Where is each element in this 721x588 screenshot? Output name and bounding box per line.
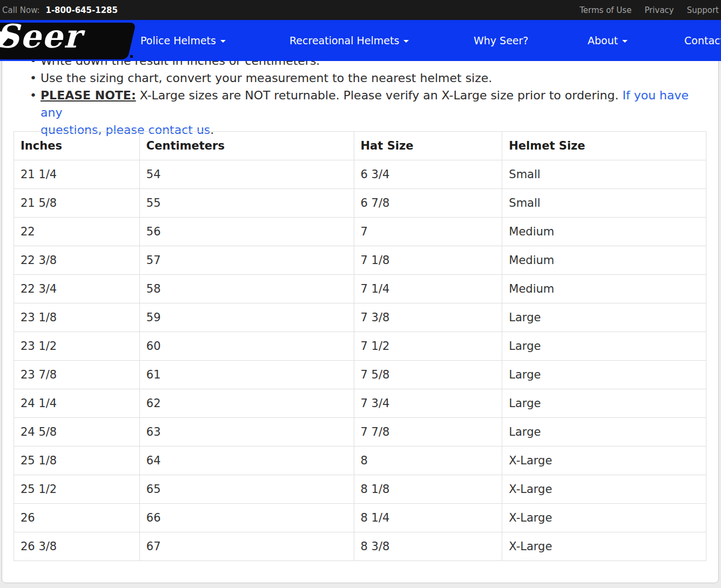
column-header-inches: Inches xyxy=(14,132,140,160)
table-cell: 7 1/2 xyxy=(354,332,502,361)
table-cell: 24 1/4 xyxy=(14,389,140,418)
table-row: 23 1/8597 3/8Large xyxy=(14,303,706,332)
table-cell: Large xyxy=(502,332,706,361)
chevron-down-icon xyxy=(220,40,226,43)
nav-item-contact[interactable]: Contact xyxy=(684,35,721,46)
utility-bar: Call Now: 1-800-645-1285 Terms of Use Pr… xyxy=(0,0,721,20)
table-cell: X-Large xyxy=(502,532,706,561)
table-cell: Large xyxy=(502,361,706,389)
table-cell: 7 3/8 xyxy=(354,303,502,332)
table-cell: 8 1/8 xyxy=(354,475,502,504)
table-cell: Small xyxy=(502,189,706,218)
table-row: 23 1/2607 1/2Large xyxy=(14,332,706,361)
table-cell: X-Large xyxy=(502,475,706,504)
table-cell: 22 3/4 xyxy=(14,275,140,303)
table-cell: 60 xyxy=(139,332,354,361)
column-header-helmet-size: Helmet Size xyxy=(502,132,706,160)
terms-of-use-link[interactable]: Terms of Use xyxy=(580,5,631,15)
table-cell: 65 xyxy=(139,475,354,504)
table-cell: 55 xyxy=(139,189,354,218)
table-row: 21 5/8556 7/8Small xyxy=(14,189,706,218)
table-row: 22 3/4587 1/4Medium xyxy=(14,275,706,303)
table-row: 26 3/8678 3/8X-Large xyxy=(14,532,706,561)
table-cell: 8 xyxy=(354,447,502,475)
phone-number: 1-800-645-1285 xyxy=(45,5,117,15)
nav-label: Why Seer? xyxy=(474,35,528,46)
table-cell: 67 xyxy=(139,532,354,561)
nav-label: Police Helmets xyxy=(140,35,216,46)
support-link[interactable]: Support xyxy=(687,5,719,15)
table-cell: Large xyxy=(502,418,706,447)
table-row: 25 1/8648X-Large xyxy=(14,447,706,475)
table-cell: 22 xyxy=(14,218,140,246)
table-row: 26668 1/4X-Large xyxy=(14,504,706,532)
table-cell: Medium xyxy=(502,246,706,275)
table-cell: 62 xyxy=(139,389,354,418)
utility-links: Terms of Use Privacy Support xyxy=(580,5,721,15)
table-cell: 7 7/8 xyxy=(354,418,502,447)
table-cell: 23 7/8 xyxy=(14,361,140,389)
table-cell: 23 1/8 xyxy=(14,303,140,332)
table-cell: 6 3/4 xyxy=(354,160,502,189)
privacy-link[interactable]: Privacy xyxy=(644,5,673,15)
column-header-centimeters: Centimeters xyxy=(139,132,354,160)
table-row: 22 3/8577 1/8Medium xyxy=(14,246,706,275)
table-cell: 64 xyxy=(139,447,354,475)
table-cell: 7 5/8 xyxy=(354,361,502,389)
table-cell: 22 3/8 xyxy=(14,246,140,275)
table-cell: 26 xyxy=(14,504,140,532)
table-row: 21 1/4546 3/4Small xyxy=(14,160,706,189)
seer-logo-text: Seer xyxy=(0,18,82,54)
table-cell: 21 5/8 xyxy=(14,189,140,218)
table-cell: 66 xyxy=(139,504,354,532)
table-cell: Medium xyxy=(502,275,706,303)
table-cell: 63 xyxy=(139,418,354,447)
call-now: Call Now: 1-800-645-1285 xyxy=(0,5,118,15)
note-label: PLEASE NOTE: xyxy=(41,89,136,102)
table-cell: Medium xyxy=(502,218,706,246)
table-cell: 8 1/4 xyxy=(354,504,502,532)
table-cell: 58 xyxy=(139,275,354,303)
nav-item-why-seer[interactable]: Why Seer? xyxy=(474,35,528,46)
table-row: 25 1/2658 1/8X-Large xyxy=(14,475,706,504)
table-cell: 59 xyxy=(139,303,354,332)
table-cell: 26 3/8 xyxy=(14,532,140,561)
table-cell: 7 xyxy=(354,218,502,246)
nav-item-police-helmets[interactable]: Police Helmets xyxy=(140,35,226,46)
table-cell: X-Large xyxy=(502,447,706,475)
call-now-label: Call Now: xyxy=(2,5,40,15)
table-cell: 7 1/4 xyxy=(354,275,502,303)
table-cell: Large xyxy=(502,303,706,332)
nav-item-about[interactable]: About xyxy=(588,35,628,46)
table-cell: 61 xyxy=(139,361,354,389)
table-cell: 7 3/4 xyxy=(354,389,502,418)
table-cell: 57 xyxy=(139,246,354,275)
table-cell: Large xyxy=(502,389,706,418)
seer-logo[interactable]: Seer xyxy=(0,23,136,59)
size-table-body: 21 1/4546 3/4Small21 5/8556 7/8Small2256… xyxy=(14,160,706,561)
table-cell: 54 xyxy=(139,160,354,189)
chevron-down-icon xyxy=(403,40,409,43)
instruction-item: Use the sizing chart, convert your measu… xyxy=(30,70,705,87)
nav-item-recreational-helmets[interactable]: Recreational Helmets xyxy=(289,35,409,46)
logo-period-dot xyxy=(130,55,133,58)
table-cell: 7 1/8 xyxy=(354,246,502,275)
table-row: 22567Medium xyxy=(14,218,706,246)
sizing-instructions-list: Write down the result in inches or centi… xyxy=(30,52,705,139)
table-row: 24 5/8637 7/8Large xyxy=(14,418,706,447)
table-cell: 56 xyxy=(139,218,354,246)
nav-label: About xyxy=(588,35,618,46)
table-row: 23 7/8617 5/8Large xyxy=(14,361,706,389)
table-cell: 8 3/8 xyxy=(354,532,502,561)
column-header-hat-size: Hat Size xyxy=(354,132,502,160)
nav-label: Recreational Helmets xyxy=(289,35,399,46)
table-cell: X-Large xyxy=(502,504,706,532)
table-cell: 6 7/8 xyxy=(354,189,502,218)
table-cell: 25 1/2 xyxy=(14,475,140,504)
note-text: X-Large sizes are NOT returnable. Please… xyxy=(136,89,623,102)
nav-label: Contact xyxy=(684,35,721,46)
table-cell: 21 1/4 xyxy=(14,160,140,189)
chevron-down-icon xyxy=(622,40,628,43)
table-cell: 24 5/8 xyxy=(14,418,140,447)
table-cell: 23 1/2 xyxy=(14,332,140,361)
